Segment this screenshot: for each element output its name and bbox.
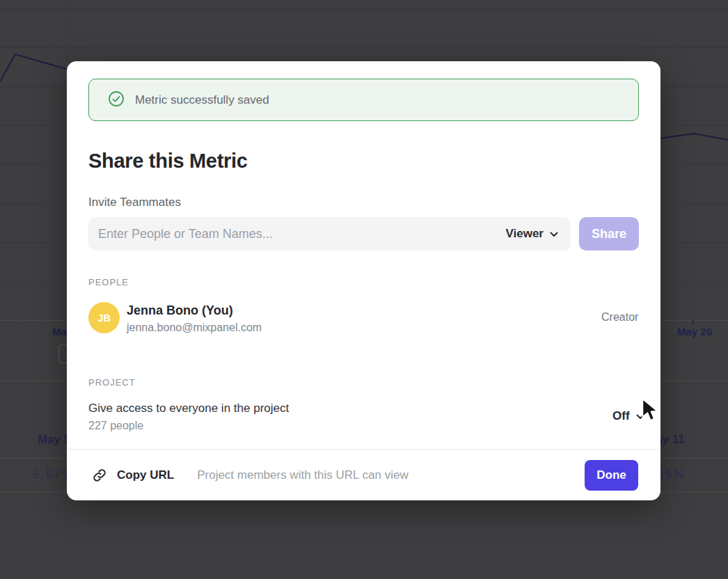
dialog-title: Share this Metric — [88, 150, 248, 173]
person-role: Creator — [601, 311, 638, 324]
x-axis-label-right: May 26 — [677, 326, 712, 338]
share-metric-dialog: Metric successfully saved Share this Met… — [67, 61, 660, 500]
person-row: JB Jenna Bono (You) jenna.bono@mixpanel.… — [88, 302, 639, 333]
toast-message: Metric successfully saved — [135, 93, 269, 107]
project-access-title: Give access to everyone in the project — [88, 402, 289, 415]
project-section-label: PROJECT — [88, 377, 136, 388]
invite-people-input[interactable] — [98, 227, 505, 241]
avatar: JB — [88, 302, 120, 333]
success-toast: Metric successfully saved — [88, 79, 639, 121]
copy-url-button[interactable]: Copy URL — [117, 468, 174, 482]
dialog-footer: Copy URL Project members with this URL c… — [67, 450, 660, 500]
people-section-label: PEOPLE — [88, 277, 129, 287]
project-people-count: 227 people — [88, 420, 143, 432]
done-button[interactable]: Done — [585, 460, 638, 491]
success-check-icon — [108, 90, 125, 110]
share-button[interactable]: Share — [579, 217, 639, 251]
invite-teammates-label: Invite Teammates — [88, 196, 181, 209]
link-icon — [93, 468, 106, 482]
person-email: jenna.bono@mixpanel.com — [127, 322, 262, 334]
role-dropdown-value: Viewer — [505, 227, 544, 241]
footer-hint: Project members with this URL can view — [197, 468, 409, 482]
mouse-cursor — [639, 398, 661, 423]
project-row: Give access to everyone in the project 2… — [88, 402, 639, 436]
project-access-dropdown-value: Off — [612, 409, 630, 423]
invite-input-container: Viewer — [88, 217, 571, 251]
chevron-down-icon — [550, 228, 558, 240]
person-name: Jenna Bono (You) — [127, 303, 233, 318]
role-dropdown[interactable]: Viewer — [505, 227, 558, 241]
table-header-left: May 5 — [38, 433, 70, 447]
invite-row: Viewer Share — [88, 217, 639, 251]
